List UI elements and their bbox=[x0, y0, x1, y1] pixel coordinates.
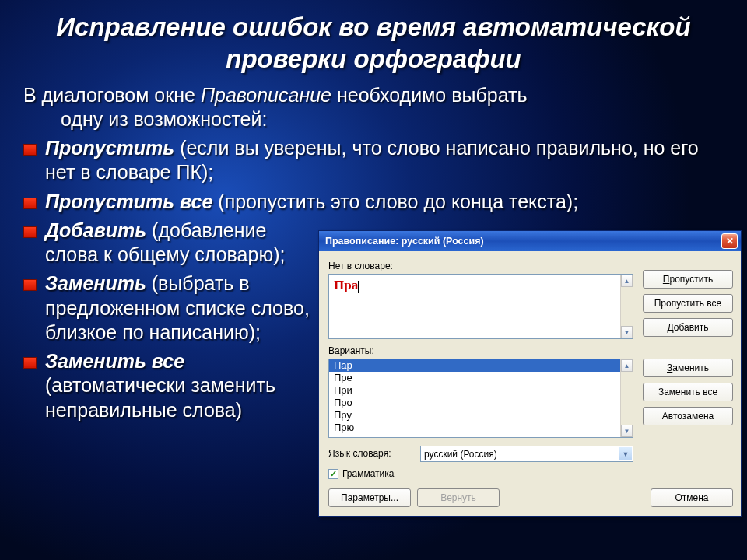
bullet-rest: (пропустить это слово до конца текста); bbox=[212, 191, 578, 212]
skip-all-button[interactable]: Пропустить все bbox=[643, 294, 733, 313]
bullet-add: Добавить (добавление слова к общему слов… bbox=[23, 219, 319, 268]
options-button[interactable]: Параметры... bbox=[328, 488, 411, 507]
not-in-dict-label: Нет в словаре: bbox=[328, 261, 633, 271]
bullet-replace-all: Заменить все (автоматически заменить неп… bbox=[23, 349, 319, 422]
scroll-down-icon[interactable]: ▼ bbox=[621, 326, 633, 338]
scroll-down-icon[interactable]: ▼ bbox=[621, 425, 633, 437]
grammar-checkbox[interactable]: ✓ bbox=[328, 469, 338, 479]
scrollbar-vertical[interactable]: ▲ ▼ bbox=[620, 359, 633, 437]
close-icon[interactable]: ✕ bbox=[721, 233, 738, 249]
bullet-replace: Заменить (выбрать в предложенном списке … bbox=[23, 271, 319, 345]
grammar-label: Грамматика bbox=[342, 468, 394, 479]
chevron-down-icon[interactable]: ▼ bbox=[619, 447, 632, 460]
variants-listbox[interactable]: Пар Пре При Про Пру Прю ▲ ▼ bbox=[328, 359, 633, 438]
bullet-term: Пропустить все bbox=[45, 191, 212, 212]
spellcheck-dialog: Правописание: русский (Россия) ✕ Нет в с… bbox=[318, 230, 742, 517]
bullet-term: Заменить все bbox=[45, 350, 184, 372]
bullet-term: Пропустить bbox=[45, 137, 174, 159]
label-text: Нет в словаре: bbox=[328, 261, 393, 271]
intro-after: необходимо выбрать bbox=[337, 84, 528, 106]
intro-italic: Правописание bbox=[201, 84, 331, 106]
bullet-rest: (автоматически заменить неправильные сло… bbox=[45, 374, 275, 420]
scroll-up-icon[interactable]: ▲ bbox=[621, 275, 633, 287]
scrollbar-vertical[interactable]: ▲ ▼ bbox=[620, 275, 633, 338]
intro-before: В диалоговом окне bbox=[23, 84, 195, 106]
list-item[interactable]: Про bbox=[329, 397, 633, 409]
list-item[interactable]: Прю bbox=[329, 422, 633, 434]
label-text: Варианты: bbox=[328, 345, 374, 356]
bullet-skip-all: Пропустить все (пропустить это слово до … bbox=[23, 190, 730, 214]
bullet-term: Заменить bbox=[45, 272, 146, 294]
text-cursor bbox=[358, 281, 359, 293]
cancel-button[interactable]: Отмена bbox=[651, 488, 733, 507]
replace-button[interactable]: Заменить bbox=[643, 359, 733, 377]
intro-line2: одну из возможностей: bbox=[23, 107, 730, 131]
add-button[interactable]: Добавить bbox=[643, 318, 733, 337]
language-label: Язык словаря: bbox=[328, 448, 414, 459]
bullet-skip: Пропустить (если вы уверены, что слово н… bbox=[23, 136, 730, 185]
dialog-titlebar[interactable]: Правописание: русский (Россия) ✕ bbox=[319, 231, 741, 251]
language-select[interactable]: русский (Россия) ▼ bbox=[420, 446, 633, 462]
autocorrect-button[interactable]: Автозамена bbox=[643, 407, 733, 425]
dialog-title: Правописание: русский (Россия) bbox=[325, 236, 721, 247]
list-item[interactable]: Пру bbox=[329, 409, 633, 422]
revert-button: Вернуть bbox=[417, 488, 500, 507]
intro-paragraph: В диалоговом окне Правописание необходим… bbox=[23, 83, 730, 132]
list-item[interactable]: При bbox=[329, 384, 633, 397]
slide-title: Исправление ошибок во время автоматическ… bbox=[0, 0, 747, 83]
variants-label: Варианты: bbox=[328, 345, 633, 356]
replace-all-button[interactable]: Заменить все bbox=[643, 383, 733, 401]
scroll-up-icon[interactable]: ▲ bbox=[621, 359, 633, 372]
bullet-term: Добавить bbox=[45, 219, 146, 241]
misspelled-word: Пра bbox=[334, 278, 358, 292]
check-icon: ✓ bbox=[330, 470, 337, 478]
list-item[interactable]: Пар bbox=[329, 359, 633, 372]
language-value: русский (Россия) bbox=[424, 449, 497, 460]
skip-button[interactable]: Пропустить bbox=[643, 270, 733, 289]
not-in-dict-textbox[interactable]: Пра ▲ ▼ bbox=[328, 274, 633, 339]
list-item[interactable]: Пре bbox=[329, 372, 633, 384]
